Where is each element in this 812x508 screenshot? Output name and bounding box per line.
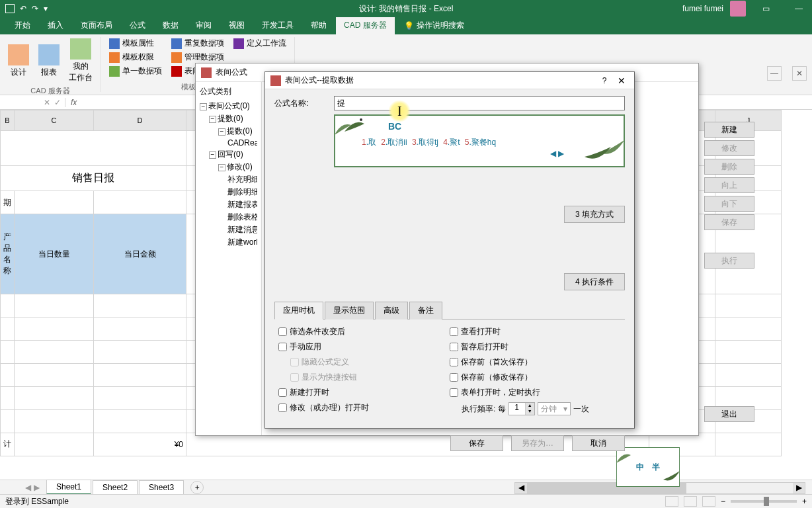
- chk-manual-apply[interactable]: [278, 343, 287, 351]
- tab-review[interactable]: 审阅: [188, 17, 220, 34]
- freq-unit-combo[interactable]: 分钟▾: [538, 402, 571, 415]
- svg-point-0: [360, 118, 362, 121]
- tab-view[interactable]: 视图: [221, 17, 253, 34]
- formula-tree[interactable]: −表间公式(0) −提数(0) −提数(0) CADRead −回写(0) −修…: [200, 100, 257, 249]
- view-normal-icon[interactable]: [665, 496, 678, 507]
- spinner-up-icon[interactable]: ▲: [525, 403, 534, 409]
- fx-icon[interactable]: fx: [65, 98, 82, 107]
- scroll-left-icon[interactable]: ◀: [515, 483, 527, 493]
- tab-display-range[interactable]: 显示范围: [325, 302, 374, 319]
- dialog1-minimize-icon[interactable]: —: [767, 66, 782, 81]
- report-button[interactable]: 报表: [36, 37, 62, 85]
- design-button[interactable]: 设计: [5, 37, 32, 85]
- single-data-button[interactable]: 单一数据项: [106, 65, 165, 77]
- tell-me[interactable]: 💡 操作说明搜索: [396, 17, 472, 34]
- tree-toggle-icon[interactable]: −: [218, 164, 225, 171]
- tab-formulas[interactable]: 公式: [122, 17, 153, 34]
- save-button[interactable]: 保存: [704, 214, 754, 230]
- manage-data-button[interactable]: 管理数据项: [169, 51, 227, 64]
- group-cad-server: CAD 服务器: [5, 85, 95, 96]
- workbench-button[interactable]: 我的 工作台: [66, 37, 95, 85]
- repeat-data-button[interactable]: 重复数据项: [169, 37, 227, 50]
- text-cursor-icon: I: [397, 104, 402, 119]
- dialog1-close-icon[interactable]: ✕: [792, 66, 807, 81]
- chk-filter-changed[interactable]: [278, 327, 287, 336]
- view-page-break-icon[interactable]: [702, 496, 715, 507]
- sheet-tab-3[interactable]: Sheet3: [139, 480, 184, 495]
- user-name[interactable]: fumei fumei: [682, 4, 723, 13]
- qat-more-icon[interactable]: ▾: [44, 4, 48, 13]
- spinner-down-icon[interactable]: ▼: [525, 409, 534, 415]
- formula-name-input[interactable]: [334, 96, 625, 110]
- tab-remark[interactable]: 备注: [409, 302, 442, 319]
- ime-candidate-box[interactable]: BC 1.取 2.取消ii 3.取得tj 4.聚t 5.聚餐hq ◀ ▶: [334, 114, 625, 167]
- leaf-decor-icon: [575, 137, 628, 170]
- delete-button[interactable]: 删除: [704, 159, 754, 175]
- minimize-icon[interactable]: —: [786, 0, 812, 17]
- template-attr-button[interactable]: 模板属性: [106, 37, 165, 50]
- sheet-nav-next-icon[interactable]: ▶: [34, 483, 40, 492]
- sheet-nav-prev-icon[interactable]: ◀: [25, 483, 31, 492]
- tab-apply-timing[interactable]: 应用时机: [274, 302, 323, 319]
- redo-icon[interactable]: ↷: [32, 4, 38, 13]
- tab-developer[interactable]: 开发工具: [254, 17, 302, 34]
- tab-advanced[interactable]: 高级: [375, 302, 408, 319]
- chk-view-open[interactable]: [450, 327, 458, 336]
- formula-cancel-icon[interactable]: ✕: [44, 98, 50, 107]
- cancel-button[interactable]: 取消: [572, 435, 625, 451]
- help-icon[interactable]: ?: [597, 73, 612, 88]
- tab-page-layout[interactable]: 页面布局: [73, 17, 120, 34]
- chk-before-first-save[interactable]: [450, 358, 458, 366]
- sheet-tab-2[interactable]: Sheet2: [93, 480, 138, 495]
- chk-before-modify-save[interactable]: [450, 373, 458, 382]
- chk-modify-open[interactable]: [278, 403, 287, 412]
- tree-toggle-icon[interactable]: −: [200, 103, 207, 110]
- new-button[interactable]: 新建: [704, 122, 754, 138]
- template-perm-button[interactable]: 模板权限: [106, 51, 165, 64]
- undo-icon[interactable]: ↶: [20, 4, 26, 13]
- fill-method-button[interactable]: 3 填充方式: [564, 206, 625, 223]
- sheet-tab-1[interactable]: Sheet1: [46, 480, 91, 495]
- col-header[interactable]: B: [1, 110, 15, 131]
- freq-spinner[interactable]: 1 ▲▼: [508, 402, 535, 415]
- view-page-layout-icon[interactable]: [684, 496, 697, 507]
- save-button[interactable]: 保存: [450, 435, 503, 451]
- zoom-in-icon[interactable]: +: [802, 497, 807, 506]
- avatar[interactable]: [730, 1, 746, 17]
- move-down-button[interactable]: 向下: [704, 196, 754, 212]
- chk-show-shortcut: [290, 373, 299, 382]
- tab-help[interactable]: 帮助: [303, 17, 335, 34]
- tree-toggle-icon[interactable]: −: [209, 116, 216, 123]
- chk-after-draft[interactable]: [450, 343, 458, 351]
- dialog-extract-data: 表间公式--提取数据 ? ✕ I 公式名称: BC 1.取 2.取消ii 3.取…: [264, 71, 635, 429]
- ime-candidates[interactable]: 1.取 2.取消ii 3.取得tj 4.聚t 5.聚餐hq ◀ ▶: [348, 137, 610, 148]
- move-up-button[interactable]: 向上: [704, 177, 754, 193]
- tree-toggle-icon[interactable]: −: [218, 128, 225, 136]
- tab-data[interactable]: 数据: [155, 17, 186, 34]
- chk-form-open-timer[interactable]: [450, 388, 458, 397]
- close-icon[interactable]: ✕: [614, 73, 629, 88]
- scroll-right-icon[interactable]: ▶: [793, 483, 805, 493]
- ime-page-icons[interactable]: ◀ ▶: [550, 149, 564, 158]
- modify-button[interactable]: 修改: [704, 140, 754, 156]
- ribbon-options-icon[interactable]: ▭: [752, 0, 779, 17]
- define-workflow-button[interactable]: 定义工作流: [231, 37, 289, 50]
- col-header[interactable]: D: [94, 110, 186, 131]
- formula-accept-icon[interactable]: ✓: [54, 98, 61, 107]
- add-sheet-icon[interactable]: +: [190, 481, 204, 494]
- tree-toggle-icon[interactable]: −: [209, 151, 216, 159]
- exec-condition-button[interactable]: 4 执行条件: [564, 273, 625, 290]
- zoom-slider[interactable]: [731, 500, 797, 503]
- zoom-out-icon[interactable]: −: [721, 497, 725, 506]
- tab-insert[interactable]: 插入: [40, 17, 71, 34]
- exit-button[interactable]: 退出: [704, 406, 754, 422]
- tab-cad-server[interactable]: CAD 服务器: [336, 17, 395, 34]
- dialog2-title: 表间公式--提取数据: [285, 75, 354, 86]
- tab-home[interactable]: 开始: [7, 17, 38, 34]
- col-header[interactable]: C: [15, 110, 94, 131]
- freq-label: 执行频率: 每: [462, 403, 506, 415]
- chk-new-open[interactable]: [278, 388, 287, 397]
- autosave-icon[interactable]: [5, 4, 15, 13]
- execute-button[interactable]: 执行: [704, 253, 754, 269]
- chevron-down-icon: ▾: [563, 404, 567, 413]
